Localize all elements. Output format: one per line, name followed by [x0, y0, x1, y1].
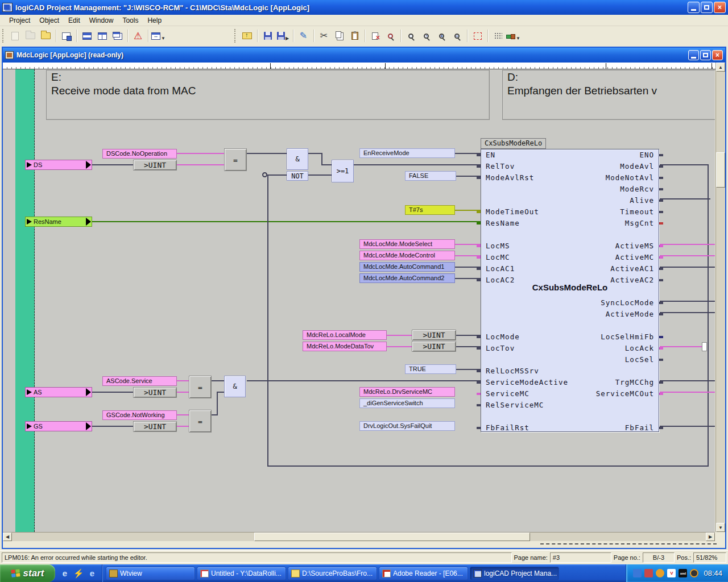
audio-icon[interactable] — [656, 569, 664, 577]
taskbar-item-wtview[interactable]: Wtview — [106, 567, 195, 580]
operand-drvservicemc[interactable]: MdcReLo.DrvServiceMC — [359, 387, 455, 397]
comment-box-german[interactable]: D: Empfangen der Betriebsarten v — [502, 70, 715, 120]
xml-icon[interactable]: xml — [679, 569, 687, 577]
menu-help[interactable]: Help — [143, 15, 166, 26]
horizontal-scroll-thumb[interactable] — [254, 533, 530, 541]
taskbar-item-adobe-reader[interactable]: Adobe Reader - [E06... — [379, 567, 468, 580]
operand-localmode[interactable]: MdcReLo.LocalMode — [303, 330, 387, 340]
and-block[interactable]: & — [224, 376, 246, 397]
network-icon[interactable] — [633, 569, 642, 577]
constant-t7s[interactable]: T#7s — [405, 205, 455, 215]
ie-shadow-icon[interactable]: e — [60, 568, 70, 579]
operand-autocommand1[interactable]: MdcLocMde.AutoCommand1 — [359, 262, 455, 272]
taskbar-item-logicad[interactable]: logiCAD Project Mana... — [470, 567, 559, 580]
delete-button[interactable] — [367, 28, 383, 43]
function-block-cxsubsmoderelo[interactable]: ENENO RelTovModeAvl ModeAvlRstModeNotAvl… — [481, 149, 659, 432]
edit-mode-button[interactable]: ✎ — [296, 28, 311, 43]
minimize-button[interactable] — [688, 2, 700, 13]
zoom-out-button[interactable]: − — [449, 28, 465, 43]
check-button[interactable] — [383, 28, 398, 43]
equals-block[interactable]: = — [189, 376, 212, 398]
scroll-left-button[interactable]: ◀ — [3, 533, 12, 541]
properties-button[interactable] — [59, 28, 74, 43]
convert-uint-block[interactable]: >UINT — [133, 421, 177, 432]
menu-window[interactable]: Window — [85, 15, 118, 26]
antivirus-icon[interactable]: V — [667, 569, 676, 577]
or-block[interactable]: >=1 — [332, 160, 354, 182]
constant-true[interactable]: TRUE — [405, 364, 456, 374]
power-icon[interactable] — [690, 569, 698, 577]
operand-modedatatov[interactable]: MdcReLo.ModeDataTov — [303, 342, 387, 351]
cascade-button[interactable] — [110, 28, 125, 43]
open-button[interactable] — [23, 28, 38, 43]
menu-tools[interactable]: Tools — [118, 15, 143, 26]
fit-view-button[interactable] — [470, 28, 485, 43]
vertical-scroll-thumb[interactable] — [716, 152, 725, 188]
split-vertical-button[interactable] — [94, 28, 110, 43]
zoom-in-button[interactable]: + — [434, 28, 449, 43]
input-connector-resname[interactable]: ResName — [25, 217, 92, 227]
convert-uint-block[interactable]: >UINT — [412, 341, 456, 352]
toolbar-grip-2[interactable] — [234, 29, 237, 43]
constant-false[interactable]: FALSE — [405, 171, 456, 181]
ie-icon[interactable]: e — [87, 568, 97, 579]
menu-object[interactable]: Object — [35, 15, 64, 26]
diagram-canvas[interactable]: E: Receive mode data from MAC D: Empfang… — [3, 69, 715, 532]
grid-button[interactable] — [490, 28, 506, 43]
convert-uint-block[interactable]: >UINT — [412, 330, 456, 340]
equals-block[interactable]: = — [189, 410, 212, 433]
operand-autocommand2[interactable]: MdcLocMde.AutoCommand2 — [359, 273, 455, 283]
folder-up-button[interactable] — [239, 28, 255, 43]
menu-project[interactable]: Project — [5, 15, 35, 26]
input-connector-gs[interactable]: GS — [25, 421, 92, 431]
scroll-right-button[interactable]: ▶ — [706, 533, 715, 541]
media-player-icon[interactable]: ⚡ — [73, 568, 84, 579]
save-button[interactable] — [260, 28, 275, 43]
operand-sysfailquit[interactable]: DrvLogicOut.SysFailQuit — [359, 421, 455, 431]
paste-button[interactable] — [347, 28, 362, 43]
operand-dscode-nooperation[interactable]: DSCode.NoOperation — [102, 149, 177, 159]
operand-modecontrol[interactable]: MdcLocMde.ModeControl — [359, 251, 455, 260]
input-connector-ds[interactable]: DS — [25, 160, 92, 170]
close-button[interactable]: × — [714, 2, 726, 13]
operand-modeselect[interactable]: MdcLocMde.ModeSelect — [359, 239, 455, 249]
vertical-scrollbar[interactable]: ▲ ▼ — [715, 63, 725, 532]
not-block[interactable]: NOT — [287, 171, 308, 181]
start-button[interactable]: start — [0, 564, 55, 582]
messages-button[interactable]: ⚠ — [130, 28, 146, 43]
operand-gscode-notworking[interactable]: GSCode.NotWorking — [102, 410, 177, 420]
editor-minimize-button[interactable] — [688, 50, 699, 60]
save-all-button[interactable]: ▶ — [275, 28, 291, 43]
taskbar-item-explorer[interactable]: D:\SourceProBas\Fro... — [288, 567, 377, 580]
and-block[interactable]: & — [287, 148, 308, 170]
open-folder-icon — [41, 32, 51, 39]
window-arrange-button[interactable]: ↔▼ — [151, 28, 166, 43]
editor-close-button[interactable]: × — [712, 50, 723, 60]
open-project-button[interactable] — [38, 28, 53, 43]
menu-edit[interactable]: Edit — [64, 15, 85, 26]
connection-mode-button[interactable]: ▼ — [506, 28, 521, 43]
convert-uint-block[interactable]: >UINT — [133, 387, 177, 398]
copy-button[interactable] — [332, 28, 347, 43]
equals-block[interactable]: = — [224, 148, 247, 171]
convert-uint-block[interactable]: >UINT — [133, 160, 177, 171]
operand-digenserviceswitch[interactable]: _diGenServiceSwitch — [359, 398, 455, 408]
operand-ascode-service[interactable]: ASCode.Service — [102, 376, 177, 386]
operand-enreceivemode[interactable]: EnReceiveMode — [359, 148, 455, 158]
taskbar-item-untitled[interactable]: Untitled - Y:\DataRolli... — [197, 567, 286, 580]
editor-restore-button[interactable] — [700, 50, 711, 60]
scroll-down-button[interactable]: ▼ — [716, 523, 725, 532]
fb-type-label[interactable]: CxSubsModeReLo — [481, 138, 546, 149]
display-icon[interactable] — [644, 569, 653, 577]
split-horizontal-button[interactable] — [79, 28, 94, 43]
scroll-up-button[interactable]: ▲ — [716, 63, 725, 72]
toolbar-grip[interactable] — [2, 29, 5, 43]
restore-button[interactable] — [701, 2, 713, 13]
comment-box-english[interactable]: E: Receive mode data from MAC — [46, 70, 490, 120]
new-button[interactable] — [7, 28, 23, 43]
input-connector-as[interactable]: AS — [25, 387, 92, 397]
zoom-last-button[interactable]: ◔ — [419, 28, 434, 43]
cut-button[interactable]: ✂ — [316, 28, 332, 43]
zoom-rect-button[interactable] — [403, 28, 419, 43]
horizontal-scrollbar[interactable]: ◀ ▶ — [3, 532, 715, 541]
